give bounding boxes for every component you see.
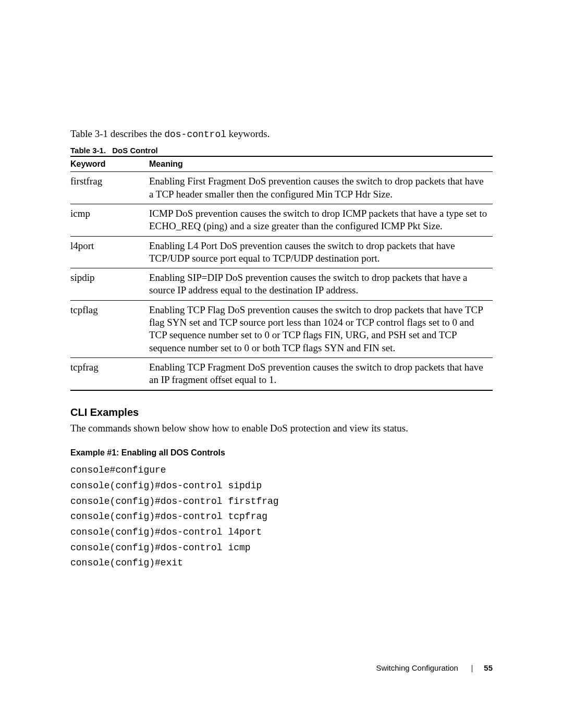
table-row: tcpflag Enabling TCP Flag DoS prevention… xyxy=(70,300,493,357)
row-keyword: l4port xyxy=(70,236,149,268)
row-keyword: sipdip xyxy=(70,268,149,301)
row-keyword: icmp xyxy=(70,204,149,236)
table-header-meaning: Meaning xyxy=(149,156,493,172)
table-header-keyword: Keyword xyxy=(70,156,149,172)
console-line: console(config)#dos-control tcpfrag xyxy=(70,509,493,525)
row-keyword: firstfrag xyxy=(70,172,149,204)
table-caption-label: Table 3-1. xyxy=(70,146,106,155)
table-caption: Table 3-1. DoS Control xyxy=(70,146,493,155)
intro-paragraph: Table 3-1 describes the dos-control keyw… xyxy=(70,127,493,141)
console-block: console#configureconsole(config)#dos-con… xyxy=(70,463,493,571)
page-content: Table 3-1 describes the dos-control keyw… xyxy=(0,0,563,728)
dos-control-table: Keyword Meaning firstfrag Enabling First… xyxy=(70,156,493,390)
row-keyword: tcpfrag xyxy=(70,358,149,390)
table-caption-title: DoS Control xyxy=(112,146,158,155)
page-footer: Switching Configuration 55 xyxy=(376,663,493,672)
cli-description: The commands shown below show how to ena… xyxy=(70,422,493,435)
intro-suffix: keywords. xyxy=(226,128,270,139)
footer-page-number: 55 xyxy=(484,663,493,672)
table-row: sipdip Enabling SIP=DIP DoS prevention c… xyxy=(70,268,493,301)
table-row: icmp ICMP DoS prevention causes the swit… xyxy=(70,204,493,236)
row-meaning: Enabling TCP Flag DoS prevention causes … xyxy=(149,300,493,357)
example-title: Example #1: Enabling all DOS Controls xyxy=(70,448,493,458)
console-line: console#configure xyxy=(70,463,493,478)
footer-separator xyxy=(472,665,472,672)
table-body: firstfrag Enabling First Fragment DoS pr… xyxy=(70,172,493,390)
row-meaning: Enabling SIP=DIP DoS prevention causes t… xyxy=(149,268,493,301)
row-meaning: Enabling L4 Port DoS prevention causes t… xyxy=(149,236,493,268)
row-keyword: tcpflag xyxy=(70,300,149,357)
row-meaning: Enabling TCP Fragment DoS prevention cau… xyxy=(149,358,493,390)
intro-keyword: dos-control xyxy=(164,129,226,140)
cli-examples-heading: CLI Examples xyxy=(70,406,493,418)
table-row: tcpfrag Enabling TCP Fragment DoS preven… xyxy=(70,358,493,390)
row-meaning: Enabling First Fragment DoS prevention c… xyxy=(149,172,493,204)
row-meaning: ICMP DoS prevention causes the switch to… xyxy=(149,204,493,236)
console-line: console(config)#exit xyxy=(70,556,493,571)
console-line: console(config)#dos-control sipdip xyxy=(70,478,493,494)
footer-section: Switching Configuration xyxy=(376,663,458,672)
console-line: console(config)#dos-control firstfrag xyxy=(70,494,493,510)
table-row: l4port Enabling L4 Port DoS prevention c… xyxy=(70,236,493,268)
intro-prefix: Table 3-1 describes the xyxy=(70,128,164,139)
console-line: console(config)#dos-control icmp xyxy=(70,540,493,556)
console-line: console(config)#dos-control l4port xyxy=(70,525,493,540)
table-row: firstfrag Enabling First Fragment DoS pr… xyxy=(70,172,493,204)
